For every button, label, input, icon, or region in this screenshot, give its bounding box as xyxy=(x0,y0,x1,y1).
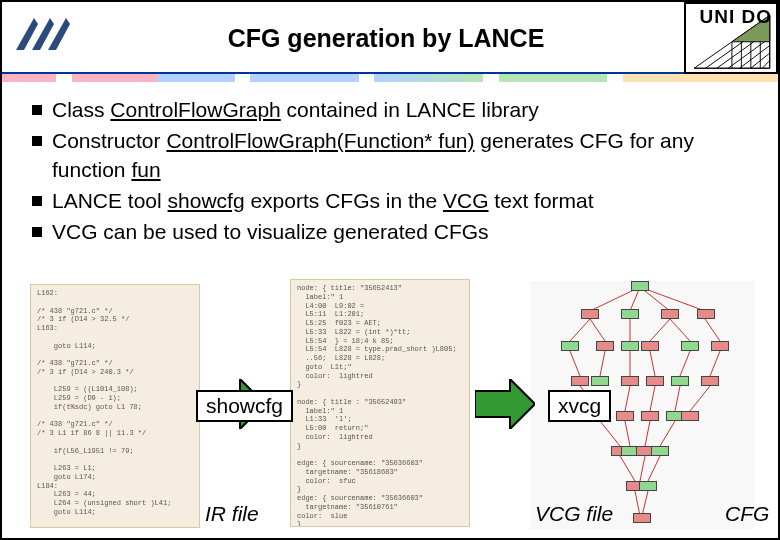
svg-line-32 xyxy=(710,351,720,376)
bullet-text: VCG can be used to visualize generated C… xyxy=(52,220,489,243)
bullet-list: Class ControlFlowGraph contained in LANC… xyxy=(32,96,748,247)
bullet-text: contained in LANCE library xyxy=(281,98,539,121)
svg-line-44 xyxy=(648,456,660,481)
svg-marker-48 xyxy=(475,379,535,429)
svg-line-22 xyxy=(590,319,605,341)
svg-line-43 xyxy=(640,456,645,481)
bullet-icon xyxy=(32,227,42,237)
bullet-item: LANCE tool showcfg exports CFGs in the V… xyxy=(32,187,748,216)
svg-line-28 xyxy=(600,351,605,376)
gradient-bar xyxy=(2,74,778,82)
svg-line-27 xyxy=(570,351,580,376)
bullet-item: VCG can be used to visualize generated C… xyxy=(32,218,748,247)
svg-line-35 xyxy=(650,386,655,411)
bullet-text-underline: VCG xyxy=(443,189,489,212)
bullet-icon xyxy=(32,196,42,206)
svg-line-37 xyxy=(690,386,710,411)
arrow-icon xyxy=(475,379,535,429)
caption-ir-file: IR file xyxy=(205,502,259,526)
diagram-area: L162: /* 438 "g721.c" */ /* 3 if (D14 > … xyxy=(30,284,768,534)
svg-line-25 xyxy=(705,319,720,341)
svg-line-23 xyxy=(650,319,670,341)
svg-line-36 xyxy=(675,386,680,411)
bullet-icon xyxy=(32,136,42,146)
bullet-text: text format xyxy=(489,189,594,212)
slide-title: CFG generation by LANCE xyxy=(88,2,684,53)
ir-file-panel: L162: /* 438 "g721.c" */ /* 3 if (D14 > … xyxy=(30,284,200,528)
bullet-text-underline: showcfg xyxy=(168,189,245,212)
svg-line-31 xyxy=(680,351,690,376)
slide-header: CFG generation by LANCE UNI DO xyxy=(2,2,778,74)
bullet-item: Class ControlFlowGraph contained in LANC… xyxy=(32,96,748,125)
svg-line-41 xyxy=(660,421,675,446)
svg-line-30 xyxy=(650,351,655,376)
svg-line-42 xyxy=(620,456,635,481)
caption-vcg-file: VCG file xyxy=(535,502,613,526)
bullet-text: Class xyxy=(52,98,110,121)
bullet-item: Constructor ControlFlowGraph(Function* f… xyxy=(32,127,748,185)
vcg-file-panel: node: { title: "35652413" label:" 1 L4:0… xyxy=(290,279,470,527)
svg-line-40 xyxy=(645,421,650,446)
bullet-text-underline: fun xyxy=(131,158,160,181)
svg-line-20 xyxy=(640,287,705,311)
logo-right: UNI DO xyxy=(684,2,778,74)
step-label-xvcg: xvcg xyxy=(548,390,611,422)
code-text: L162: /* 438 "g721.c" */ /* 3 if (D14 > … xyxy=(37,289,171,516)
logo-right-label: UNI DO xyxy=(700,6,773,28)
bullet-text-underline: ControlFlowGraph xyxy=(110,98,280,121)
svg-line-38 xyxy=(600,421,620,446)
logo-left xyxy=(10,6,80,66)
code-text: node: { title: "35652413" label:" 1 L4:0… xyxy=(297,284,457,527)
svg-line-39 xyxy=(625,421,630,446)
content-area: Class ControlFlowGraph contained in LANC… xyxy=(2,82,778,247)
svg-line-34 xyxy=(625,386,630,411)
step-label-showcfg: showcfg xyxy=(196,390,293,422)
bullet-text: Constructor xyxy=(52,129,166,152)
bullet-text-underline: ControlFlowGraph(Function* fun) xyxy=(166,129,474,152)
bullet-text: exports CFGs in the xyxy=(245,189,443,212)
caption-cfg: CFG xyxy=(725,502,769,526)
svg-line-24 xyxy=(670,319,690,341)
svg-line-21 xyxy=(570,319,590,341)
bullet-icon xyxy=(32,105,42,115)
bullet-text: LANCE tool xyxy=(52,189,168,212)
